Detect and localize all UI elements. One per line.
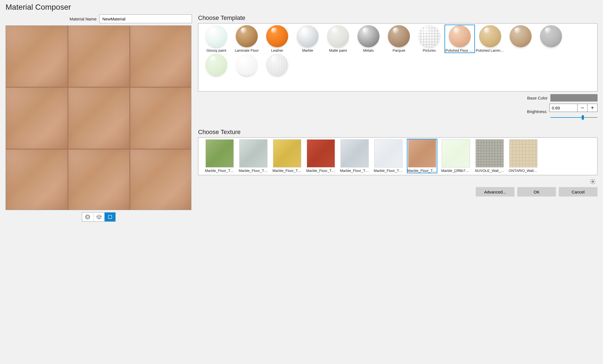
texture-item[interactable]: Marble_Floor_Tile... (373, 139, 404, 173)
template-item[interactable]: Matte paint (323, 25, 353, 53)
brightness-increment-button[interactable]: + (587, 104, 597, 112)
texture-label: Marble_Floor_Tile... (340, 169, 369, 173)
page-title: Material Composer (6, 3, 597, 12)
material-name-input[interactable] (99, 14, 192, 23)
template-item[interactable]: Pictures (414, 25, 445, 53)
texture-thumb (374, 139, 402, 167)
template-panel[interactable]: Glossy paintLaminate FloorLeatherMarbleM… (198, 23, 597, 91)
gear-icon (590, 179, 596, 185)
texture-item[interactable]: Marble_Floor_Tile... (238, 139, 269, 173)
texture-item[interactable]: NUVOLE_Wall_Til... (474, 139, 505, 173)
template-sphere (205, 54, 227, 76)
template-sphere (236, 25, 258, 47)
texture-label: Marble_{2ff8b70c... (441, 169, 471, 173)
template-label: Pictures (423, 48, 436, 53)
texture-thumb (206, 139, 234, 167)
template-label: Marble (302, 48, 313, 53)
template-label: Polished Laminate... (476, 48, 505, 53)
template-item[interactable] (536, 25, 566, 53)
brightness-decrement-button[interactable]: − (577, 104, 587, 112)
texture-thumb (475, 139, 504, 167)
base-color-label: Base Color (527, 96, 548, 100)
template-item[interactable]: Marble (292, 25, 323, 53)
template-item[interactable]: Leather (262, 25, 292, 53)
texture-thumb (239, 139, 267, 167)
svg-rect-2 (108, 215, 112, 219)
texture-thumb (341, 139, 369, 167)
template-label: Matte paint (329, 48, 347, 53)
template-label: Laminate Floor (235, 48, 259, 53)
template-label: Glossy paint (206, 48, 226, 53)
template-sphere (205, 25, 227, 47)
template-sphere (510, 25, 532, 47)
texture-item[interactable]: Marble_Floor_Tile... (407, 139, 437, 173)
ok-button[interactable]: OK (517, 187, 556, 197)
texture-thumb (509, 139, 537, 167)
sphere-icon (85, 214, 90, 220)
template-item[interactable] (262, 53, 292, 77)
template-item[interactable]: Metals (353, 25, 384, 53)
template-item[interactable]: Parquet (384, 25, 414, 53)
view-cube-button[interactable] (93, 213, 104, 221)
texture-thumb (307, 139, 335, 167)
choose-texture-title: Choose Texture (198, 129, 597, 136)
view-sphere-button[interactable] (82, 213, 93, 221)
template-item[interactable] (232, 53, 262, 77)
template-item[interactable]: Glossy paint (201, 25, 232, 53)
template-sphere (479, 25, 501, 47)
template-sphere (540, 25, 562, 47)
template-sphere (266, 54, 288, 76)
texture-label: Marble_Floor_Tile... (374, 169, 403, 173)
svg-point-1 (86, 216, 90, 218)
texture-thumb (273, 139, 301, 167)
brightness-spinner: − + (549, 104, 597, 112)
svg-point-3 (592, 181, 594, 182)
texture-label: Marble_Floor_Tile... (239, 169, 268, 173)
material-preview (6, 25, 191, 210)
template-label: Polished Floor Tiles (445, 48, 474, 53)
view-flat-button[interactable] (104, 213, 115, 221)
template-sphere (327, 25, 349, 47)
brightness-slider[interactable] (550, 115, 597, 120)
square-icon (108, 214, 113, 219)
template-sphere (236, 54, 258, 76)
choose-template-title: Choose Template (198, 14, 597, 22)
base-color-swatch[interactable] (550, 94, 597, 101)
template-item[interactable]: Polished Laminate... (475, 25, 505, 53)
template-item[interactable]: Polished Floor Tiles (445, 25, 475, 53)
settings-button[interactable] (590, 179, 596, 185)
material-name-label: Material Name (69, 17, 97, 21)
texture-item[interactable]: Marble_Floor_Tile... (306, 139, 336, 173)
texture-panel[interactable]: Marble_Floor_Tile...Marble_Floor_Tile...… (198, 137, 597, 175)
template-item[interactable] (201, 53, 232, 77)
template-sphere (449, 25, 471, 47)
brightness-label: Brightness (527, 109, 547, 114)
template-label: Parquet (393, 48, 405, 53)
texture-label: Marble_Floor_Tile... (407, 169, 437, 173)
template-sphere (418, 25, 440, 47)
template-label: Leather (271, 48, 283, 53)
advanced-button[interactable]: Advanced... (476, 187, 514, 197)
texture-item[interactable]: Marble_Floor_Tile... (272, 139, 302, 173)
cube-icon (96, 214, 102, 220)
texture-label: Marble_Floor_Tile... (205, 169, 234, 173)
texture-item[interactable]: Marble_Floor_Tile... (204, 139, 235, 173)
texture-label: ONTARIO_Wall_Til... (509, 169, 538, 173)
cancel-button[interactable]: Cancel (559, 187, 597, 197)
preview-view-toggle (82, 212, 116, 222)
template-item[interactable]: Laminate Floor (232, 25, 262, 53)
texture-item[interactable]: Marble_Floor_Tile... (339, 139, 370, 173)
template-sphere (297, 25, 319, 47)
brightness-input[interactable] (550, 104, 577, 112)
texture-label: NUVOLE_Wall_Til... (475, 169, 504, 173)
template-sphere (266, 25, 288, 47)
template-sphere (357, 25, 380, 47)
template-label: Metals (363, 48, 374, 53)
texture-label: Marble_Floor_Tile... (272, 169, 302, 173)
texture-item[interactable]: ONTARIO_Wall_Til... (508, 139, 539, 173)
texture-thumb (442, 139, 470, 167)
texture-label: Marble_Floor_Tile... (306, 169, 336, 173)
template-sphere (388, 25, 410, 47)
texture-item[interactable]: Marble_{2ff8b70c... (441, 139, 471, 173)
template-item[interactable] (505, 25, 536, 53)
